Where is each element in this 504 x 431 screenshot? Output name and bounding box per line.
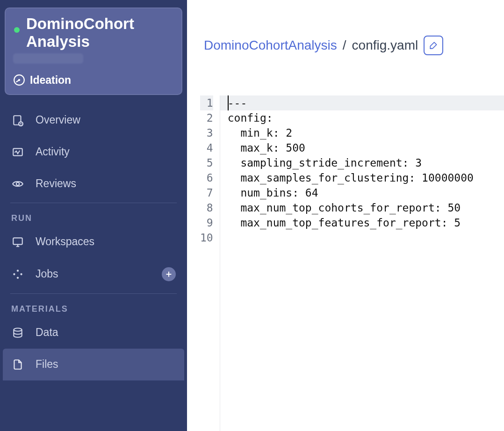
svg-point-7 — [17, 270, 19, 271]
project-card[interactable]: DominoCohort Analysis Ideation — [5, 7, 182, 95]
code-line[interactable]: sampling_stride_increment: 3 — [220, 155, 504, 170]
breadcrumb: DominoCohortAnalysis / config.yaml — [187, 0, 504, 55]
sidebar-item-jobs[interactable]: Jobs — [0, 258, 187, 291]
code-line[interactable]: config: — [220, 110, 504, 125]
sidebar-item-label: Activity — [36, 146, 70, 158]
editor-code-area[interactable]: ---config: min_k: 2 max_k: 500 sampling_… — [220, 95, 504, 431]
code-line[interactable] — [220, 230, 504, 245]
line-number: 5 — [200, 155, 213, 170]
section-title-materials: MATERIALS — [0, 294, 187, 317]
sidebar-item-activity[interactable]: Activity — [0, 136, 187, 168]
svg-point-5 — [16, 183, 20, 186]
line-number: 10 — [200, 230, 213, 245]
breadcrumb-separator: / — [343, 38, 346, 53]
line-number: 4 — [200, 140, 213, 155]
overview-icon — [11, 114, 24, 127]
project-phase[interactable]: Ideation — [13, 74, 174, 87]
monitor-icon — [11, 235, 24, 248]
code-line[interactable]: max_k: 500 — [220, 140, 504, 155]
edit-filename-button[interactable] — [424, 36, 443, 55]
code-line[interactable]: min_k: 2 — [220, 125, 504, 140]
sidebar-item-data[interactable]: Data — [0, 317, 187, 349]
sidebar-item-workspaces[interactable]: Workspaces — [0, 226, 187, 258]
sidebar: DominoCohort Analysis Ideation — [0, 0, 187, 431]
database-icon — [11, 326, 24, 339]
eye-icon — [11, 177, 24, 190]
activity-icon — [11, 146, 24, 159]
svg-point-11 — [14, 328, 22, 331]
line-number: 9 — [200, 215, 213, 230]
sidebar-item-label: Files — [36, 358, 58, 371]
nav-list: Overview Activity Reviews — [0, 99, 187, 200]
line-number: 7 — [200, 185, 213, 200]
code-line[interactable]: max_num_top_cohorts_for_report: 50 — [220, 200, 504, 215]
svg-rect-6 — [13, 238, 22, 244]
line-number: 6 — [200, 170, 213, 185]
jobs-dots-icon — [11, 268, 24, 281]
sidebar-item-label: Jobs — [36, 268, 58, 280]
project-owner-blurred — [13, 53, 83, 64]
sidebar-item-files[interactable]: Files — [3, 349, 184, 380]
main-content: DominoCohortAnalysis / config.yaml 12345… — [187, 0, 504, 431]
svg-point-10 — [13, 273, 15, 275]
code-line[interactable]: max_samples_for_clustering: 10000000 — [220, 170, 504, 185]
sidebar-item-label: Overview — [36, 114, 80, 126]
svg-point-8 — [20, 273, 22, 275]
sidebar-item-reviews[interactable]: Reviews — [0, 168, 187, 200]
breadcrumb-current: config.yaml — [352, 38, 418, 53]
file-icon — [11, 358, 24, 371]
sidebar-item-overview[interactable]: Overview — [0, 104, 187, 136]
code-editor[interactable]: 12345678910 ---config: min_k: 2 max_k: 5… — [187, 95, 504, 431]
add-job-button[interactable] — [162, 267, 176, 281]
sidebar-item-label: Data — [36, 326, 58, 339]
svg-point-9 — [17, 277, 19, 278]
gauge-icon — [13, 74, 25, 86]
editor-gutter: 12345678910 — [187, 95, 220, 431]
sidebar-item-label: Reviews — [36, 177, 76, 190]
project-phase-label: Ideation — [30, 74, 71, 87]
line-number: 2 — [200, 110, 213, 125]
line-number: 8 — [200, 200, 213, 215]
code-line[interactable]: --- — [220, 95, 504, 110]
project-title: DominoCohort Analysis — [26, 15, 174, 51]
editor-cursor — [228, 95, 229, 110]
breadcrumb-root-link[interactable]: DominoCohortAnalysis — [204, 38, 337, 53]
line-number: 3 — [200, 125, 213, 140]
code-line[interactable]: num_bins: 64 — [220, 185, 504, 200]
sidebar-item-label: Workspaces — [36, 235, 94, 248]
line-number: 1 — [200, 95, 213, 110]
code-line[interactable]: max_num_top_features_for_report: 5 — [220, 215, 504, 230]
status-indicator-icon — [14, 27, 20, 33]
section-title-run: RUN — [0, 203, 187, 226]
